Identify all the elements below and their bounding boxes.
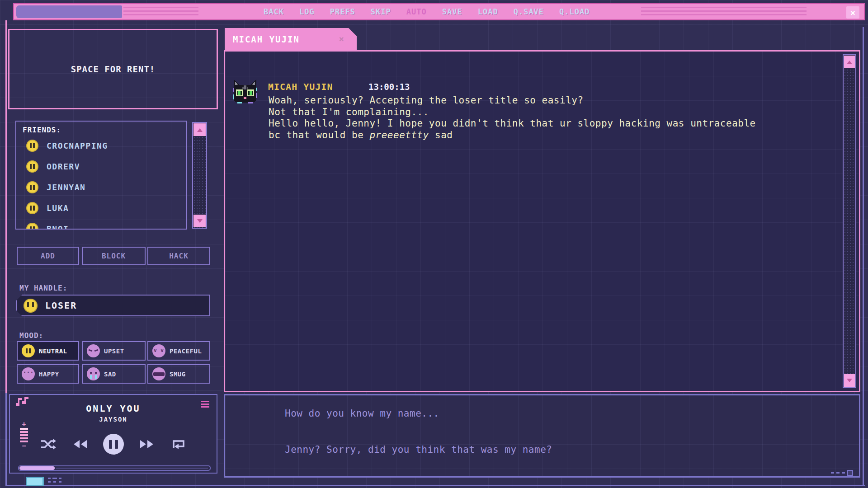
game-menu: BACK LOG PREFS SKIP AUTO SAVE LOAD Q.SAV… — [264, 4, 590, 19]
dialogue-choices-panel: How do you know my name... Jenny? Sorry,… — [224, 394, 860, 478]
chat-scrollbar[interactable] — [843, 54, 856, 388]
mood-name: HAPPY — [39, 371, 59, 378]
taskbar-window-icon[interactable] — [26, 477, 44, 486]
app-window: { "window": { "close_label": "×" }, "men… — [0, 0, 868, 488]
sad-face-icon — [87, 367, 100, 380]
fast-forward-icon[interactable] — [140, 440, 155, 448]
mood-button-smug[interactable]: SMUG — [147, 364, 210, 384]
mood-button-happy[interactable]: ··· HAPPY — [17, 364, 79, 384]
friend-row[interactable]: LUKA — [16, 197, 186, 218]
chrome-dot — [59, 478, 61, 479]
menu-item-qload[interactable]: Q.LOAD — [559, 7, 590, 16]
menu-item-log[interactable]: LOG — [299, 7, 315, 16]
scroll-down-icon[interactable] — [844, 374, 855, 387]
happy-face-icon: ··· — [22, 367, 35, 380]
rewind-icon[interactable] — [72, 440, 87, 448]
track-title: ONLY YOU — [10, 403, 217, 414]
hack-friend-button[interactable]: HACK — [147, 247, 210, 265]
neutral-smiley-icon — [26, 223, 38, 230]
titlebar-block — [16, 5, 122, 18]
mood-button-upset[interactable]: UPSET — [82, 341, 146, 361]
tab-close-icon[interactable]: × — [339, 34, 344, 44]
window-border-bottom — [5, 485, 865, 486]
close-icon[interactable]: × — [846, 6, 859, 19]
chrome-dot — [48, 481, 51, 483]
resize-handle[interactable] — [831, 470, 853, 476]
mood-name: NEUTRAL — [39, 347, 67, 355]
friends-label: FRIENDS: — [23, 126, 61, 134]
volume-up-icon[interactable]: + — [22, 422, 26, 427]
my-handle-value: LOSER — [45, 300, 77, 311]
menu-item-skip[interactable]: SKIP — [371, 7, 391, 16]
message-timestamp: 13:00:13 — [368, 82, 410, 92]
my-handle-label: MY HANDLE: — [19, 284, 67, 292]
friends-scrollbar[interactable] — [192, 122, 207, 229]
mood-name: PEACEFUL — [170, 347, 202, 355]
mood-button-sad[interactable]: SAD — [82, 364, 146, 384]
mood-name: UPSET — [104, 347, 124, 355]
window-border-right — [863, 27, 864, 486]
message-line: Woah, seriously? Accepting the loser tit… — [269, 95, 756, 107]
shuffle-icon[interactable] — [41, 439, 56, 450]
chat-tab-micah-yujin[interactable]: MICAH YUJIN × — [225, 28, 357, 51]
my-handle-field[interactable]: LOSER — [16, 295, 210, 316]
friend-name: JENNYAN — [47, 183, 85, 192]
dialogue-choice[interactable]: How do you know my name... — [227, 404, 857, 423]
track-progress-bar[interactable] — [18, 465, 211, 471]
upset-face-icon — [87, 344, 100, 357]
mood-name: SMUG — [170, 371, 186, 378]
message-line: Hello hello, Jenny! I hope you didn't th… — [269, 118, 756, 130]
friends-panel: FRIENDS: CROCNAPPING ODRERV JENNYAN LUKA… — [15, 121, 187, 230]
chrome-dot — [52, 478, 57, 479]
friend-name: LUKA — [47, 203, 69, 213]
volume-bar — [20, 428, 28, 430]
neutral-smiley-icon — [26, 181, 38, 193]
repeat-icon[interactable] — [171, 439, 186, 450]
chat-tab-label: MICAH YUJIN — [233, 34, 300, 44]
message-sender-name: MICAH YUJIN — [268, 81, 333, 92]
chrome-dot — [53, 481, 56, 483]
friend-name: CROCNAPPING — [47, 141, 108, 150]
titlebar-stripes-right — [641, 7, 807, 18]
friend-row[interactable]: BNOI — [16, 218, 186, 230]
mood-name: SAD — [104, 371, 116, 378]
friends-list: CROCNAPPING ODRERV JENNYAN LUKA BNOI — [16, 135, 186, 230]
mood-label: MOOD: — [19, 331, 43, 340]
scroll-up-icon[interactable] — [193, 123, 206, 136]
track-artist: JAYSON — [10, 416, 217, 423]
friend-name: BNOI — [47, 224, 69, 230]
peaceful-face-icon: v v — [152, 344, 165, 357]
message-text: Woah, seriously? Accepting the loser tit… — [269, 95, 756, 141]
mood-button-peaceful[interactable]: v v PEACEFUL — [147, 341, 210, 361]
neutral-smiley-icon — [26, 140, 38, 152]
friend-row[interactable]: JENNYAN — [16, 177, 186, 197]
track-progress-fill — [19, 466, 55, 470]
chat-message-panel: MICAH YUJIN 13:00:13 Woah, seriously? Ac… — [224, 50, 860, 392]
menu-item-back[interactable]: BACK — [264, 7, 284, 16]
volume-bar — [20, 431, 28, 433]
menu-item-qsave[interactable]: Q.SAVE — [514, 7, 544, 16]
ad-banner-text: SPACE FOR RENT! — [71, 64, 156, 74]
ad-banner-panel: SPACE FOR RENT! — [8, 29, 218, 109]
menu-item-prefs[interactable]: PREFS — [330, 7, 355, 16]
scroll-up-icon[interactable] — [844, 56, 855, 68]
friend-row[interactable]: ODRERV — [16, 156, 186, 177]
add-friend-button[interactable]: ADD — [17, 247, 79, 265]
menu-item-save[interactable]: SAVE — [442, 7, 462, 16]
chrome-dot — [48, 478, 51, 479]
mood-button-neutral[interactable]: NEUTRAL — [17, 341, 79, 361]
dialogue-choice[interactable]: Jenny? Sorry, did you think that was my … — [227, 440, 857, 460]
chrome-dot — [59, 481, 61, 483]
block-friend-button[interactable]: BLOCK — [82, 247, 146, 265]
menu-item-load[interactable]: LOAD — [478, 7, 498, 16]
pause-button[interactable] — [103, 434, 124, 455]
friend-name: ODRERV — [47, 162, 80, 171]
message-line: bc that would be preeeettty sad — [269, 130, 756, 141]
scroll-down-icon[interactable] — [193, 215, 206, 227]
friend-row[interactable]: CROCNAPPING — [16, 135, 186, 156]
message-line: Not that I'm complaining... — [269, 107, 756, 118]
neutral-face-icon — [22, 344, 35, 357]
menu-item-auto[interactable]: AUTO — [406, 7, 427, 16]
player-controls — [10, 434, 217, 455]
neutral-smiley-icon — [24, 299, 38, 313]
